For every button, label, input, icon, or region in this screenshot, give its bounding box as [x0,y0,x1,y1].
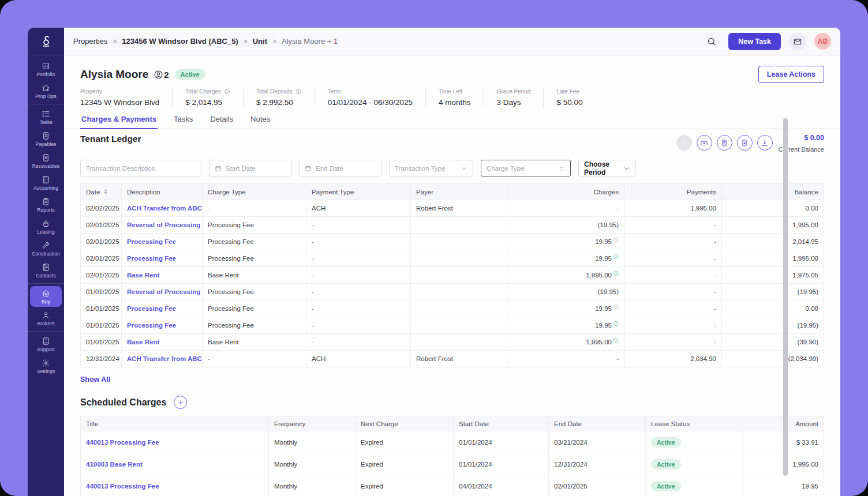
transaction-type-select[interactable]: Transaction Type [389,160,473,176]
show-all-link[interactable]: Show All [80,375,110,384]
sidebar-item-tasks[interactable]: Tasks [30,107,62,127]
tab-tasks[interactable]: Tasks [173,115,194,129]
sidebar-item-buy[interactable]: $Buy [30,286,62,307]
portfolio-icon [42,62,50,70]
receipt-icon [720,139,728,147]
sidebar-item-receivables[interactable]: $Receivables [30,151,62,171]
cell-description[interactable]: Processing Fee [122,317,203,333]
cell-title[interactable]: 440013 Processing Fee [81,475,269,496]
breadcrumb-item[interactable]: Alysia Moore + 1 [282,37,338,46]
clock-icon [613,237,619,243]
cell-description[interactable]: Base Rent [122,267,203,283]
column-header-frequency[interactable]: Frequency [269,416,356,431]
cell-payment-type: ACH [306,351,411,367]
tab-details[interactable]: Details [209,115,234,129]
cell-frequency: Monthly [269,431,356,453]
sidebar-item-portfolio[interactable]: Portfolio [30,59,62,80]
download-button[interactable] [757,135,773,151]
add-scheduled-charge-button[interactable] [174,396,187,409]
column-header-charge-type[interactable]: Charge Type [203,184,306,200]
cell-description[interactable]: Reversal of Processing Fee [122,217,203,233]
check-circle-icon [613,270,619,276]
cell-description[interactable]: Processing Fee [122,234,203,250]
end-date-input[interactable]: End Date [299,160,381,176]
start-date-placeholder: Start Date [226,165,256,172]
user-avatar[interactable]: AB [814,33,831,50]
cell-payments: - [624,300,722,317]
topbar-actions: New Task AB [703,33,831,50]
cell-title[interactable]: 410003 Base Rent [81,453,269,475]
cell-charge-type: Processing Fee [203,250,306,266]
search-button[interactable] [703,33,720,50]
column-header-payer[interactable]: Payer [411,184,508,200]
column-header-end-date[interactable]: End Date [549,416,646,431]
sort-icon[interactable] [104,189,107,194]
charge-type-select[interactable]: Charge Type [481,160,571,176]
stat-term: Term 01/01/2024 - 06/30/2025 [315,88,425,107]
sidebar-item-settings[interactable]: Settings [30,356,62,377]
cell-description[interactable]: Reversal of Processing Fee [122,284,203,300]
new-task-button[interactable]: New Task [728,33,781,50]
sidebar-item-support[interactable]: Support [30,334,62,355]
tab-notes[interactable]: Notes [249,115,271,129]
column-header-title[interactable]: Title [81,416,269,431]
column-header-description[interactable]: Description [122,184,203,200]
sidebar-item-contacts[interactable]: Contacts [30,260,62,281]
sidebar-item-accounting[interactable]: Accounting [30,172,62,193]
invoice-dollar-button[interactable]: $ [737,135,753,151]
cell-description[interactable]: Processing Fee [122,300,203,317]
column-header-start-date[interactable]: Start Date [454,416,549,431]
payment-icon [700,139,708,147]
buy-icon: $ [42,289,50,298]
tasks-icon [42,110,50,118]
sidebar-item-construction[interactable]: Construction [30,238,62,259]
lease-actions-button[interactable]: Lease Actions [758,66,824,83]
cell-description[interactable]: ACH Transfer from ABC_5 [122,200,203,216]
mail-button[interactable] [789,33,806,50]
receipt-button[interactable] [717,135,732,151]
column-header-lease-status[interactable]: Lease Status [646,416,743,431]
breadcrumb-item[interactable]: 123456 W Windsor Blvd (ABC_5) [122,37,238,46]
transaction-description-input[interactable] [80,160,201,176]
stat-label: Total Deposits [256,88,302,95]
undo-button[interactable] [676,135,692,151]
column-header-charges[interactable]: Charges [508,184,624,200]
cell-date: 01/01/2025 [81,284,122,300]
ledger-header-row: DateDescriptionCharge TypePayment TypePa… [81,184,824,200]
cell-description[interactable]: ACH Transfer from ABC_5 [122,351,203,367]
stat-value: 3 Days [497,98,531,107]
choose-period-select[interactable]: Choose Period [578,160,636,176]
sidebar-item-brokers[interactable]: Brokers [30,308,62,329]
sidebar-item-reports[interactable]: Reports [30,194,62,215]
occupants[interactable]: 2 [154,70,169,80]
breadcrumb-item[interactable]: Unit [253,37,267,46]
start-date-input[interactable]: Start Date [209,160,291,176]
app-logo[interactable] [28,28,64,55]
cell-start-date: 01/01/2024 [454,431,549,453]
vertical-scrollbar[interactable] [783,118,788,476]
cell-payer [411,234,508,250]
scheduled-charges-table: TitleFrequencyNext ChargeStart DateEnd D… [80,416,824,496]
download-icon [761,139,769,147]
cell-next-charge: Expired [356,431,454,453]
cell-title[interactable]: 440013 Processing Fee [81,431,269,453]
column-header-payment-type[interactable]: Payment Type [306,184,411,200]
breadcrumb-item[interactable]: Properties [73,37,107,46]
sidebar-item-prop-ops[interactable]: Prop Ops [30,81,62,102]
column-header-date[interactable]: Date [81,184,122,200]
sidebar-item-label: Tasks [39,119,52,125]
column-header-balance[interactable]: Balance [722,184,824,200]
column-header-payments[interactable]: Payments [624,184,722,200]
receivables-icon: $ [42,153,50,162]
cell-date: 02/01/2025 [81,250,122,266]
cell-description[interactable]: Base Rent [122,334,203,350]
sidebar-item-leasing[interactable]: Leasing [30,216,62,237]
settings-icon [42,359,50,367]
sidebar-item-payables[interactable]: Payables [30,129,62,149]
tab-charges-payments[interactable]: Charges & Payments [80,115,158,129]
column-header-next-charge[interactable]: Next Charge [356,416,454,431]
breadcrumb-separator: > [244,37,248,46]
cell-balance: 1,975.05 [722,267,824,283]
payment-button[interactable] [697,135,712,151]
cell-description[interactable]: Processing Fee [122,250,203,266]
